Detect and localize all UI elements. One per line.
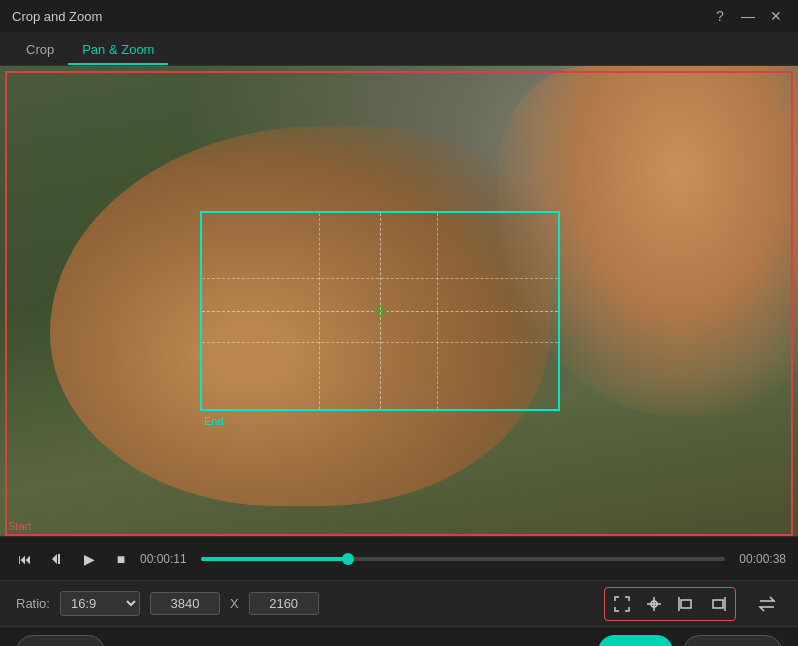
step-back-button[interactable]: ⏮ <box>12 546 38 572</box>
progress-fill <box>201 557 348 561</box>
time-total: 00:00:38 <box>739 552 786 566</box>
tab-bar: Crop Pan & Zoom <box>0 32 798 66</box>
tab-crop[interactable]: Crop <box>12 36 68 65</box>
playback-controls: ⏮ ▶ ■ 00:00:11 00:00:38 <box>0 536 798 580</box>
close-button[interactable]: ✕ <box>766 6 786 26</box>
align-left-button[interactable] <box>671 590 701 618</box>
help-button[interactable]: ? <box>710 6 730 26</box>
ratio-label: Ratio: <box>16 596 50 611</box>
ok-button[interactable]: OK <box>598 635 674 646</box>
svg-rect-8 <box>713 600 723 608</box>
center-button[interactable] <box>639 590 669 618</box>
time-current: 00:00:11 <box>140 552 187 566</box>
height-input[interactable] <box>249 592 319 615</box>
settings-bar: Ratio: 16:9 4:3 1:1 9:16 Custom X <box>0 580 798 626</box>
video-preview: ✛ End Start <box>0 66 798 536</box>
title-bar: Crop and Zoom ? — ✕ <box>0 0 798 32</box>
start-label: Start <box>8 520 31 532</box>
window-title: Crop and Zoom <box>12 9 102 24</box>
progress-thumb[interactable] <box>342 553 354 565</box>
title-bar-controls: ? — ✕ <box>710 6 786 26</box>
svg-rect-1 <box>58 554 60 564</box>
tab-pan-zoom[interactable]: Pan & Zoom <box>68 36 168 65</box>
svg-rect-6 <box>681 600 691 608</box>
align-right-button[interactable] <box>703 590 733 618</box>
dimension-separator: X <box>230 596 239 611</box>
crop-alignment-tools <box>604 587 736 621</box>
fit-to-frame-button[interactable] <box>607 590 637 618</box>
swap-dimensions-button[interactable] <box>752 589 782 619</box>
width-input[interactable] <box>150 592 220 615</box>
action-bar: RESET OK CANCEL <box>0 626 798 646</box>
minimize-button[interactable]: — <box>738 6 758 26</box>
progress-bar[interactable] <box>201 557 726 561</box>
svg-marker-0 <box>52 554 57 564</box>
stop-button[interactable]: ■ <box>108 546 134 572</box>
cancel-button[interactable]: CANCEL <box>683 635 782 646</box>
frame-back-button[interactable] <box>44 546 70 572</box>
reset-button[interactable]: RESET <box>16 635 105 646</box>
ratio-select[interactable]: 16:9 4:3 1:1 9:16 Custom <box>60 591 140 616</box>
play-button[interactable]: ▶ <box>76 546 102 572</box>
action-right-buttons: OK CANCEL <box>598 635 782 646</box>
